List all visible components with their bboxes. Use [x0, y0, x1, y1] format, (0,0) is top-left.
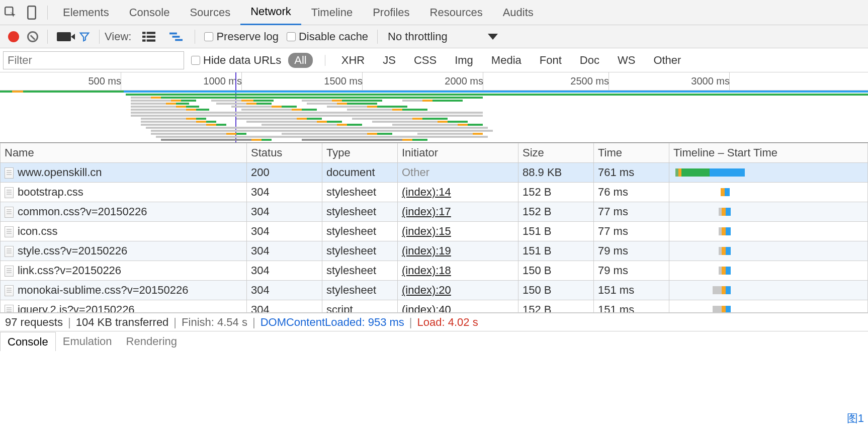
overview-segment: [131, 112, 483, 114]
panel-tab-elements[interactable]: Elements: [53, 0, 119, 25]
record-button[interactable]: [8, 31, 19, 42]
ruler-tick: 1500 ms: [362, 72, 366, 90]
view-list-button[interactable]: [139, 32, 158, 42]
table-row[interactable]: common.css?v=20150226304stylesheet(index…: [1, 202, 868, 222]
overview-segment: [307, 103, 337, 105]
table-row[interactable]: icon.css304stylesheet(index):15151 B77 m…: [1, 222, 868, 241]
timeline-overview[interactable]: [0, 91, 868, 143]
clear-button[interactable]: [27, 31, 38, 42]
panel-tab-console[interactable]: Console: [119, 0, 180, 25]
disable-cache-checkbox[interactable]: Disable cache: [287, 30, 368, 43]
panel-tab-profiles[interactable]: Profiles: [363, 0, 419, 25]
filter-type-media[interactable]: Media: [487, 54, 526, 67]
table-row[interactable]: www.openskill.cn200documentOther88.9 KB7…: [1, 163, 868, 183]
column-header[interactable]: Status: [247, 143, 322, 163]
overview-segment: [317, 121, 327, 123]
overview-segment: [171, 100, 181, 102]
initiator-link[interactable]: (index):19: [402, 244, 451, 257]
ruler-tick: 2500 ms: [609, 72, 612, 90]
initiator-link[interactable]: (index):14: [402, 186, 451, 198]
filter-type-ws[interactable]: WS: [614, 54, 639, 67]
svg-rect-3: [147, 32, 155, 34]
overview-segment: [402, 100, 422, 102]
view-waterfall-button[interactable]: [166, 32, 186, 42]
overview-segment: [166, 103, 176, 105]
overview-segment: [302, 100, 332, 102]
drawer-tab-console[interactable]: Console: [0, 332, 56, 351]
overview-segment: [206, 124, 216, 126]
table-row[interactable]: bootstrap.css304stylesheet(index):14152 …: [1, 183, 868, 202]
column-header[interactable]: Name: [1, 143, 247, 163]
drawer-tab-rendering[interactable]: Rendering: [119, 332, 185, 351]
file-icon: [5, 187, 14, 198]
initiator-link[interactable]: (index):20: [402, 284, 451, 296]
initiator-link[interactable]: (index):18: [402, 264, 451, 277]
svg-rect-7: [147, 39, 155, 41]
overview-segment: [432, 100, 463, 102]
panel-tab-timeline[interactable]: Timeline: [301, 0, 363, 25]
panel-tab-audits[interactable]: Audits: [493, 0, 544, 25]
overview-segment: [211, 100, 241, 102]
filter-toggle-button[interactable]: [79, 31, 90, 42]
initiator-link[interactable]: (index):40: [402, 303, 451, 313]
filter-type-css[interactable]: CSS: [410, 54, 441, 67]
status-load: Load: 4.02 s: [417, 316, 478, 329]
overview-segment: [206, 121, 216, 123]
panel-tab-network[interactable]: Network: [240, 0, 301, 25]
device-mode-icon[interactable]: [21, 6, 42, 20]
filter-type-xhr[interactable]: XHR: [337, 54, 369, 67]
overview-segment: [141, 118, 186, 120]
drawer-tab-emulation[interactable]: Emulation: [56, 332, 119, 351]
filter-input[interactable]: [3, 51, 184, 69]
table-row[interactable]: link.css?v=20150226304stylesheet(index):…: [1, 261, 868, 281]
preserve-log-checkbox[interactable]: Preserve log: [204, 30, 279, 43]
hide-data-urls-checkbox[interactable]: Hide data URLs: [191, 54, 281, 67]
capture-screenshots-button[interactable]: [57, 32, 71, 41]
ruler-tick: 500 ms: [121, 72, 124, 90]
timeline-bar: [673, 227, 863, 235]
column-header[interactable]: Size: [518, 143, 594, 163]
table-row[interactable]: style.css?v=20150226304stylesheet(index)…: [1, 241, 868, 261]
overview-segment: [231, 106, 272, 108]
column-header[interactable]: Initiator: [398, 143, 518, 163]
panel-tab-resources[interactable]: Resources: [420, 0, 493, 25]
filter-type-js[interactable]: JS: [379, 54, 400, 67]
table-row[interactable]: monokai-sublime.css?v=20150226304stylesh…: [1, 281, 868, 300]
svg-rect-0: [5, 7, 13, 15]
overview-segment: [131, 100, 171, 102]
overview-segment: [272, 106, 282, 108]
overview-segment: [12, 91, 23, 93]
file-icon: [5, 167, 14, 179]
filter-type-all[interactable]: All: [288, 53, 312, 68]
overview-segment: [297, 118, 307, 120]
overview-segment: [186, 118, 196, 120]
initiator-link[interactable]: (index):17: [402, 205, 451, 218]
inspect-element-icon[interactable]: [0, 6, 21, 19]
panel-tab-sources[interactable]: Sources: [180, 0, 240, 25]
throttling-value: No throttling: [388, 30, 448, 43]
throttling-select[interactable]: No throttling: [383, 30, 503, 43]
overview-segment: [302, 139, 402, 141]
column-header[interactable]: Time: [594, 143, 669, 163]
timeline-ruler[interactable]: 500 ms1000 ms1500 ms2000 ms2500 ms3000 m…: [0, 72, 868, 91]
overview-segment: [246, 103, 256, 105]
filter-type-font[interactable]: Font: [536, 54, 566, 67]
overview-segment: [131, 97, 151, 99]
initiator-link[interactable]: (index):15: [402, 225, 451, 237]
filter-type-img[interactable]: Img: [451, 54, 477, 67]
filter-type-doc[interactable]: Doc: [576, 54, 603, 67]
separator: [99, 30, 100, 44]
svg-rect-4: [142, 35, 146, 37]
status-requests: 97 requests: [5, 316, 63, 329]
chevron-down-icon: [488, 34, 498, 40]
filter-type-other[interactable]: Other: [649, 54, 685, 67]
column-header[interactable]: Timeline – Start Time: [669, 143, 868, 163]
column-header[interactable]: Type: [322, 143, 398, 163]
file-icon: [5, 207, 14, 218]
overview-segment: [337, 103, 347, 105]
svg-rect-5: [147, 35, 155, 37]
overview-segment: [196, 109, 209, 111]
overview-segment: [282, 106, 297, 108]
overview-segment: [372, 121, 438, 123]
table-row[interactable]: jquery.2.js?v=20150226304script(index):4…: [1, 300, 868, 313]
